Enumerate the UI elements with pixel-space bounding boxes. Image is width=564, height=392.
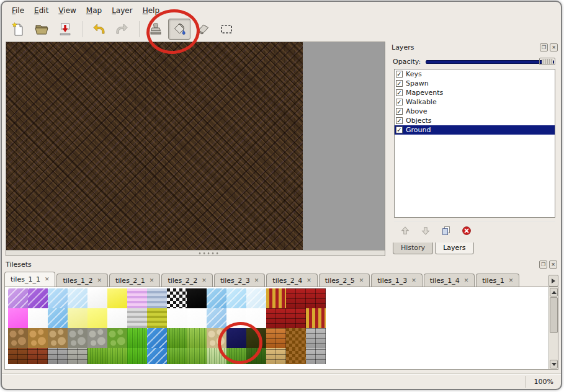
layer-row-keys[interactable]: ✓Keys xyxy=(395,69,555,79)
tile-r2-c12[interactable] xyxy=(226,308,246,328)
splitter-grip[interactable] xyxy=(198,252,219,255)
tile-r2-c4[interactable] xyxy=(68,308,87,328)
tileset-tab-tiles_2_3[interactable]: tiles_2_3✕ xyxy=(214,274,265,287)
tile-r3-c11[interactable] xyxy=(207,328,226,348)
tileset-tab-tiles_1_4[interactable]: tiles_1_4✕ xyxy=(424,274,475,287)
menu-edit[interactable]: Edit xyxy=(29,5,53,16)
eraser-tool-button[interactable] xyxy=(192,19,214,40)
tile-r4-c7[interactable] xyxy=(127,348,147,364)
undo-button[interactable] xyxy=(87,19,110,40)
layer-row-walkable[interactable]: ✓Walkable xyxy=(395,97,555,107)
tile-r1-c13[interactable] xyxy=(246,288,266,308)
tab-close-icon[interactable]: ✕ xyxy=(97,278,102,283)
layer-row-above[interactable]: ✓Above xyxy=(395,107,555,116)
tile-r3-c6[interactable] xyxy=(107,328,127,348)
tile-r3-c5[interactable] xyxy=(87,328,107,348)
tile-r2-c13[interactable] xyxy=(246,308,266,328)
stamp-tool-button[interactable] xyxy=(145,19,167,40)
tile-r3-c10[interactable] xyxy=(187,328,207,348)
scrollbar-thumb[interactable] xyxy=(550,297,558,333)
tile-r3-c16[interactable] xyxy=(306,328,326,348)
tab-close-icon[interactable]: ✕ xyxy=(464,278,469,283)
tile-r1-c15[interactable] xyxy=(286,288,306,308)
tile-r4-c1[interactable] xyxy=(8,348,28,364)
tile-r3-c8[interactable] xyxy=(147,328,167,348)
map-hscrollbar[interactable] xyxy=(6,250,385,256)
tile-r1-c12[interactable] xyxy=(226,288,246,308)
tab-scroll-right-icon[interactable] xyxy=(548,275,558,287)
tile-r1-c11[interactable] xyxy=(207,288,226,308)
tile-r2-c8[interactable] xyxy=(147,308,167,328)
tile-r3-c13[interactable] xyxy=(246,328,266,348)
tile-r3-c12[interactable] xyxy=(226,328,246,348)
menu-help[interactable]: Help xyxy=(138,5,164,16)
opacity-slider[interactable] xyxy=(426,57,555,66)
tile-r4-c2[interactable] xyxy=(28,348,48,364)
tile-r4-c13[interactable] xyxy=(246,348,266,364)
opacity-slider-handle[interactable] xyxy=(539,58,555,65)
tab-close-icon[interactable]: ✕ xyxy=(150,278,154,283)
tile-r1-c1[interactable] xyxy=(8,288,28,308)
tile-r4-c15[interactable] xyxy=(286,348,306,364)
tile-r4-c4[interactable] xyxy=(68,348,87,364)
tile-r2-c11[interactable] xyxy=(207,308,226,328)
tile-r4-c10[interactable] xyxy=(187,348,207,364)
tile-r3-c4[interactable] xyxy=(68,328,87,348)
tile-r1-c16[interactable] xyxy=(306,288,326,308)
layer-row-mapevents[interactable]: ✓Mapevents xyxy=(395,88,555,97)
tile-r2-c9[interactable] xyxy=(167,308,187,328)
tab-history[interactable]: History xyxy=(393,243,433,254)
tile-r4-c3[interactable] xyxy=(48,348,68,364)
layer-visibility-checkbox[interactable]: ✓ xyxy=(396,99,403,105)
tile-r3-c9[interactable] xyxy=(167,328,187,348)
tab-close-icon[interactable]: ✕ xyxy=(359,278,364,283)
redo-button[interactable] xyxy=(111,19,133,40)
tile-r3-c1[interactable] xyxy=(8,328,28,348)
menu-layer[interactable]: Layer xyxy=(107,5,137,16)
tile-r1-c6[interactable] xyxy=(107,288,127,308)
tile-r1-c14[interactable] xyxy=(266,288,286,308)
close-panel-icon[interactable]: ✕ xyxy=(550,43,558,51)
tile-r4-c5[interactable] xyxy=(87,348,107,364)
tileset-tab-tiles_1_3[interactable]: tiles_1_3✕ xyxy=(371,274,422,287)
save-map-button[interactable] xyxy=(54,19,76,40)
close-panel-icon[interactable]: ✕ xyxy=(549,261,557,269)
tileset-tab-tiles_1[interactable]: tiles_1✕ xyxy=(476,274,519,287)
tile-r4-c11[interactable] xyxy=(207,348,226,364)
tab-close-icon[interactable]: ✕ xyxy=(411,278,416,283)
map-canvas[interactable] xyxy=(6,42,303,251)
tab-layers[interactable]: Layers xyxy=(435,243,473,254)
layer-visibility-checkbox[interactable]: ✓ xyxy=(396,108,403,115)
menu-map[interactable]: Map xyxy=(81,5,107,16)
tile-r4-c9[interactable] xyxy=(167,348,187,364)
tab-close-icon[interactable]: ✕ xyxy=(45,277,50,282)
tab-close-icon[interactable]: ✕ xyxy=(509,278,514,283)
tile-r2-c7[interactable] xyxy=(127,308,147,328)
open-map-button[interactable] xyxy=(30,19,53,40)
tile-r3-c7[interactable] xyxy=(127,328,147,348)
tile-r2-c1[interactable] xyxy=(8,308,28,328)
marquee-tool-button[interactable] xyxy=(215,19,238,40)
tab-close-icon[interactable]: ✕ xyxy=(254,278,259,283)
layer-row-spawn[interactable]: ✓Spawn xyxy=(395,79,555,88)
tile-r2-c14[interactable] xyxy=(266,308,286,328)
menu-view[interactable]: View xyxy=(53,5,81,16)
layer-visibility-checkbox[interactable]: ✓ xyxy=(396,80,403,87)
tile-r4-c14[interactable] xyxy=(266,348,286,364)
tile-r3-c3[interactable] xyxy=(48,328,68,348)
tile-r4-c12[interactable] xyxy=(226,348,246,364)
tile-r4-c8[interactable] xyxy=(147,348,167,364)
fill-tool-button[interactable] xyxy=(168,19,190,40)
menu-file[interactable]: File xyxy=(7,5,29,16)
tile-r1-c9[interactable] xyxy=(167,288,187,308)
scroll-up-icon[interactable] xyxy=(550,288,558,296)
layer-visibility-checkbox[interactable]: ✓ xyxy=(396,117,403,124)
tile-r1-c3[interactable] xyxy=(48,288,68,308)
tile-r1-c2[interactable] xyxy=(28,288,48,308)
lower-layer-button[interactable] xyxy=(418,224,433,238)
delete-layer-button[interactable] xyxy=(459,224,474,238)
tileset-tab-tiles_2_2[interactable]: tiles_2_2✕ xyxy=(161,274,212,287)
tile-r1-c4[interactable] xyxy=(68,288,87,308)
new-map-button[interactable] xyxy=(7,19,29,40)
tab-close-icon[interactable]: ✕ xyxy=(202,278,207,283)
